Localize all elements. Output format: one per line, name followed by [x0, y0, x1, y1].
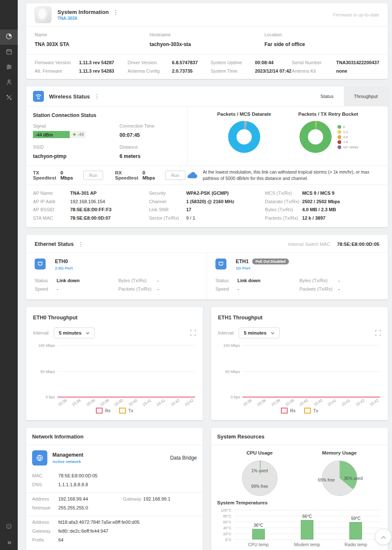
- sidebar-item-tools[interactable]: [0, 90, 18, 106]
- legend-label: 10+ retries: [343, 145, 358, 149]
- fullscreen-icon[interactable]: [375, 330, 381, 336]
- detail-row: Gatewayfe80::de2c:6eff:fe44:947: [32, 527, 197, 536]
- legend-label: Rx: [290, 408, 296, 413]
- interval-label: Interval:: [33, 330, 49, 335]
- distance-label: Distance: [120, 144, 187, 150]
- user-icon: [5, 79, 13, 87]
- port-name: ETH0: [55, 259, 68, 264]
- retry-legend: 0 1-3 4-6 7-9 10+ retries: [338, 125, 358, 149]
- legend-label: Tx: [313, 408, 318, 413]
- cpu-usage-pie: 1% used 99% free: [242, 460, 278, 496]
- scroll-to-top-button[interactable]: [375, 528, 392, 545]
- cpu-used-label: 1% used: [242, 468, 277, 473]
- modem-temp-bar-group: 66°C: [283, 510, 331, 539]
- sidebar-item-admin[interactable]: [0, 75, 18, 90]
- y-axis-tick: 20°C: [217, 532, 231, 536]
- sector-link[interactable]: 9 / 1: [186, 214, 195, 223]
- rx-legend-swatch: [96, 408, 103, 414]
- legend-dot: [338, 140, 341, 144]
- ssid-label: SSID: [33, 144, 120, 150]
- dashboard-pie-icon: [5, 33, 13, 42]
- bar-value-label: 59°C: [351, 516, 360, 521]
- cpu-usage-chart: CPU Usage 1% used 99% free: [226, 450, 294, 496]
- ap-ip-link[interactable]: 192.168.106.154: [70, 198, 105, 206]
- system-info-menu-icon[interactable]: ⋮: [113, 9, 119, 15]
- detail-row: STA MAC78:5E:E8:00:0D:07: [33, 214, 149, 223]
- wifi-60-icon: 60: [33, 91, 44, 102]
- eth0-panel: ETH0 2.5G Port StatusLink down Bytes (Tx…: [26, 253, 207, 300]
- system-resources-title: System Resources: [211, 428, 388, 445]
- interval-select[interactable]: 5 minutes: [54, 327, 95, 338]
- bar-value-label: 66°C: [302, 514, 312, 519]
- tab-throughput[interactable]: Throughput: [344, 87, 388, 106]
- fullscreen-icon[interactable]: [190, 330, 196, 336]
- system-temperatures-title: System Temperatures: [211, 498, 388, 505]
- connection-time-label: Connection Time: [120, 123, 187, 128]
- port-speed-link[interactable]: 1G Port: [236, 266, 289, 270]
- y-axis-tick: 100°C: [217, 508, 231, 512]
- tx-speedtest-run-button[interactable]: Run: [83, 171, 103, 180]
- cpu-temp-bar: [252, 529, 265, 539]
- y-axis-tick: 100 Mbps: [34, 343, 55, 348]
- sidebar-item-setup[interactable]: [0, 45, 18, 60]
- bar-value-label: 36°C: [253, 523, 263, 528]
- tx-speedtest-value: 0 Mbps: [60, 170, 73, 180]
- y-axis-tick: 60°C: [217, 520, 231, 524]
- port-name: ETH1: [236, 259, 249, 264]
- switch-mac-value: 78:5E:E8:00:0D:05: [337, 242, 379, 247]
- cpu-temp-bar-group: 36°C: [234, 510, 283, 539]
- mcs-datarate-chart: Packets / MCS Datarate: [217, 112, 271, 153]
- detail-row: Packets (Tx/Rx)-: [118, 285, 198, 293]
- eth1-throughput-card: ETH1 Throughput Interval: 5 minutes 100 …: [211, 307, 388, 420]
- field-value: tachyon-303x-sta: [150, 41, 191, 47]
- legend-label: 1-3: [343, 130, 348, 134]
- model-link[interactable]: TNA-303X: [57, 16, 119, 21]
- tools-icon: [5, 94, 13, 103]
- x-axis-ticks: 10:3810:3810:3910:3910:4010:4010:4110:41…: [242, 400, 380, 404]
- detail-row: Datarate (Tx/Rx)2502 / 2502 Mbps: [265, 198, 381, 206]
- rx-legend-swatch: [281, 408, 288, 414]
- connection-time-value: 00:07:45: [120, 132, 140, 138]
- signal-label: Signal: [33, 123, 120, 128]
- ssid-value: tachyon-ptmp: [33, 153, 66, 159]
- retry-donut: [299, 121, 332, 153]
- detail-row: AP IP Addr192.168.106.154: [33, 198, 149, 206]
- detail-row: MAC78:5E:E8:00:0D:05: [32, 471, 197, 480]
- active-network-link[interactable]: Active network: [52, 459, 83, 464]
- legend-label: Rx: [105, 408, 111, 413]
- legend-dot: [338, 125, 341, 129]
- field-value: Far side of office: [264, 41, 305, 47]
- detail-row: AP NameTNA-301 AP: [33, 189, 149, 198]
- wireless-tabs: Status Throughput: [310, 87, 388, 106]
- field-label: Hostname: [150, 32, 264, 37]
- detail-row: SecurityWPA2-PSK (GCMP): [149, 189, 265, 198]
- station-connection-title: Station Connection Status: [33, 112, 187, 118]
- y-axis-tick: 40°C: [217, 526, 231, 530]
- wireless-menu-icon[interactable]: ⋮: [94, 93, 100, 99]
- sidebar-item-preferences[interactable]: [0, 60, 18, 75]
- field-value: TNA 303X STA: [35, 41, 69, 47]
- device-image-shape: [38, 8, 47, 20]
- calendar-icon: [5, 48, 13, 57]
- memory-usage-chart: Memory Usage 36% used 65% free: [306, 450, 373, 496]
- sidebar-item-dashboard[interactable]: [0, 30, 18, 45]
- sidebar-about-button[interactable]: [0, 521, 18, 533]
- ethernet-status-card: Ethernet Status ⋮ Internal Switch MAC 78…: [26, 235, 388, 300]
- eth1-panel: ETH1PoE Out Disabled 1G Port StatusLink …: [207, 253, 388, 300]
- detail-row: MCS (Tx/Rx)MCS 9 / MCS 9: [265, 189, 381, 198]
- interval-value: 5 minutes: [244, 330, 267, 335]
- y-axis-tick: 0 bps: [219, 395, 240, 399]
- detail-row: Alt. Firmware1.11.3 rev 54283: [35, 67, 128, 75]
- ethernet-menu-icon[interactable]: ⋮: [78, 241, 84, 247]
- port-speed-link[interactable]: 2.5G Port: [55, 266, 73, 270]
- double-chevron-icon: »: [7, 538, 10, 547]
- sidebar-expand-button[interactable]: »: [0, 536, 18, 548]
- link-capability-note: At the lowest modulation, this link can …: [203, 169, 382, 182]
- interval-select[interactable]: 5 minutes: [239, 327, 280, 338]
- wireless-status-title: Wireless Status: [49, 93, 90, 100]
- ethernet-port-icon: [215, 259, 226, 270]
- chart-legend: Rx Tx: [218, 408, 381, 414]
- memory-free-label: 65% free: [318, 478, 335, 482]
- distance-value: 6 meters: [120, 153, 140, 159]
- tab-status[interactable]: Status: [310, 87, 344, 106]
